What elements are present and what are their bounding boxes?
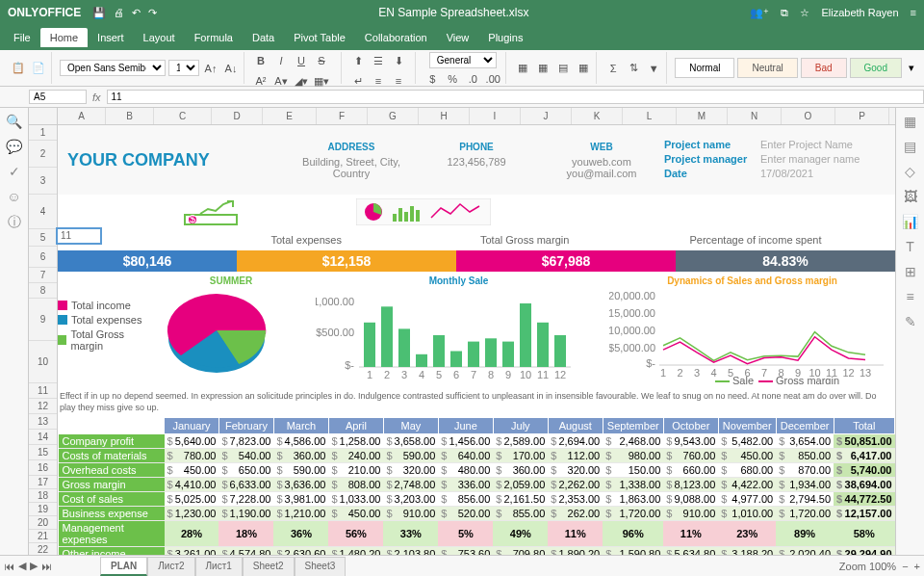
row-header[interactable]: 18 bbox=[29, 489, 57, 503]
shape-settings-icon[interactable]: ◇ bbox=[905, 164, 915, 179]
zoom-out-icon[interactable]: − bbox=[902, 561, 908, 572]
menu-item-data[interactable]: Data bbox=[243, 28, 284, 47]
select-all-corner[interactable] bbox=[29, 108, 58, 125]
print-icon[interactable]: 🖨 bbox=[114, 7, 124, 18]
row-header[interactable]: 10 bbox=[29, 341, 57, 383]
sheet-tab[interactable]: Лист2 bbox=[147, 557, 194, 576]
col-header[interactable]: N bbox=[728, 108, 782, 124]
currency-icon[interactable]: $ bbox=[424, 70, 441, 88]
cell-settings-icon[interactable]: ▦ bbox=[904, 114, 916, 129]
slicer-settings-icon[interactable]: ≡ bbox=[906, 289, 913, 304]
bold-icon[interactable]: B bbox=[252, 52, 270, 69]
dec-inc-icon[interactable]: .0 bbox=[464, 70, 481, 88]
conditional-icon[interactable]: ▤ bbox=[554, 60, 572, 77]
feedback-icon[interactable]: ☺ bbox=[7, 189, 20, 204]
menu-item-layout[interactable]: Layout bbox=[134, 28, 185, 47]
open-location-icon[interactable]: ⧉ bbox=[781, 7, 788, 19]
insert-cells-icon[interactable]: ▦ bbox=[514, 60, 531, 77]
cell-style-good[interactable]: Good bbox=[850, 58, 902, 78]
row-header[interactable]: 15 bbox=[29, 445, 57, 460]
formula-input[interactable] bbox=[107, 90, 924, 104]
row-header[interactable]: 9 bbox=[29, 299, 57, 341]
sheet-prev-icon[interactable]: ◀ bbox=[18, 560, 26, 572]
image-settings-icon[interactable]: 🖼 bbox=[904, 189, 917, 204]
font-name-select[interactable]: Open Sans Semibold bbox=[60, 60, 166, 76]
table-settings-icon[interactable]: ▤ bbox=[904, 139, 916, 154]
col-header[interactable]: P bbox=[835, 108, 889, 124]
chart-settings-icon[interactable]: 📊 bbox=[902, 214, 918, 229]
save-icon[interactable]: 💾 bbox=[92, 7, 106, 19]
underline-icon[interactable]: U bbox=[293, 52, 310, 69]
table-icon[interactable]: ▦ bbox=[575, 60, 592, 77]
row-header[interactable]: 5 bbox=[29, 229, 57, 247]
col-header[interactable]: B bbox=[106, 108, 154, 124]
col-header[interactable]: M bbox=[677, 108, 728, 124]
row-header[interactable]: 17 bbox=[29, 476, 57, 489]
column-headers[interactable]: ABCDEFGHIJKLMNOP bbox=[58, 108, 895, 125]
col-header[interactable]: C bbox=[154, 108, 212, 124]
menu-item-insert[interactable]: Insert bbox=[88, 28, 134, 47]
row-header[interactable]: 11 bbox=[29, 383, 57, 399]
row-header[interactable]: 20 bbox=[29, 516, 57, 530]
menu-item-pivot-table[interactable]: Pivot Table bbox=[284, 28, 355, 47]
col-header[interactable]: K bbox=[572, 108, 623, 124]
zoom-in-icon[interactable]: + bbox=[914, 561, 920, 572]
copy-icon[interactable]: 📋 bbox=[10, 60, 27, 77]
redo-icon[interactable]: ↷ bbox=[148, 7, 157, 19]
row-header[interactable]: 12 bbox=[29, 399, 57, 414]
col-header[interactable]: A bbox=[58, 108, 106, 124]
active-cell-editor[interactable]: 11 bbox=[56, 227, 102, 245]
dec-dec-icon[interactable]: .00 bbox=[484, 70, 501, 88]
more-styles-icon[interactable]: ▾ bbox=[909, 62, 914, 74]
decrease-font-icon[interactable]: A↓ bbox=[222, 60, 240, 77]
row-header[interactable]: 1 bbox=[29, 125, 57, 141]
comments-icon[interactable]: 💬 bbox=[6, 139, 22, 154]
pivot-settings-icon[interactable]: ⊞ bbox=[905, 264, 916, 279]
delete-cells-icon[interactable]: ▦ bbox=[534, 60, 552, 77]
col-header[interactable]: G bbox=[368, 108, 419, 124]
spreadsheet-grid[interactable]: ABCDEFGHIJKLMNOP 12345678910111213141516… bbox=[29, 108, 895, 555]
row-header[interactable]: 4 bbox=[29, 195, 57, 229]
row-header[interactable]: 2 bbox=[29, 141, 57, 168]
col-header[interactable]: E bbox=[263, 108, 317, 124]
col-header[interactable]: I bbox=[470, 108, 521, 124]
cell-style-neutral[interactable]: Neutral bbox=[737, 58, 797, 78]
col-header[interactable]: H bbox=[419, 108, 470, 124]
col-header[interactable]: L bbox=[623, 108, 677, 124]
cell-style-normal[interactable]: Normal bbox=[675, 58, 734, 78]
font-size-select[interactable]: 10 bbox=[168, 60, 199, 76]
fx-icon[interactable]: fx bbox=[92, 92, 101, 103]
spellcheck-icon[interactable]: ✓ bbox=[9, 164, 20, 179]
undo-icon[interactable]: ↶ bbox=[132, 7, 141, 19]
menu-icon[interactable]: ≡ bbox=[911, 7, 916, 18]
sort-icon[interactable]: ⇅ bbox=[625, 60, 642, 77]
increase-font-icon[interactable]: A↑ bbox=[202, 60, 219, 77]
sheet-first-icon[interactable]: ⏮ bbox=[4, 561, 14, 572]
sheet-tab[interactable]: Sheet2 bbox=[243, 557, 295, 576]
row-header[interactable]: 8 bbox=[29, 283, 57, 299]
menu-item-collaboration[interactable]: Collaboration bbox=[355, 28, 437, 47]
menu-item-file[interactable]: File bbox=[4, 28, 40, 47]
menu-item-view[interactable]: View bbox=[437, 28, 479, 47]
search-icon[interactable]: 🔍 bbox=[6, 114, 22, 129]
row-headers[interactable]: 1234567891011121314151617181920212223242… bbox=[29, 125, 58, 555]
user-name[interactable]: Elizabeth Rayen bbox=[821, 7, 898, 18]
signature-icon[interactable]: ✎ bbox=[905, 314, 916, 329]
align-mid-icon[interactable]: ☰ bbox=[370, 52, 387, 69]
row-header[interactable]: 13 bbox=[29, 414, 57, 430]
col-header[interactable]: J bbox=[521, 108, 572, 124]
filter-icon[interactable]: ▼ bbox=[645, 60, 662, 77]
align-top-icon[interactable]: ⬆ bbox=[349, 52, 367, 69]
cells-area[interactable]: YOUR COMPANY ADDRESSBuilding, Street, Ci… bbox=[58, 125, 895, 555]
row-header[interactable]: 6 bbox=[29, 247, 57, 268]
col-header[interactable]: D bbox=[212, 108, 263, 124]
sheet-tab[interactable]: Лист1 bbox=[195, 557, 243, 576]
align-bot-icon[interactable]: ⬇ bbox=[390, 52, 407, 69]
col-header[interactable]: O bbox=[782, 108, 835, 124]
row-header[interactable]: 7 bbox=[29, 268, 57, 283]
menu-item-plugins[interactable]: Plugins bbox=[478, 28, 532, 47]
number-format-select[interactable]: General bbox=[429, 52, 497, 68]
cell-style-bad[interactable]: Bad bbox=[801, 58, 847, 78]
share-icon[interactable]: 👥⁺ bbox=[750, 7, 769, 19]
row-header[interactable]: 3 bbox=[29, 168, 57, 195]
